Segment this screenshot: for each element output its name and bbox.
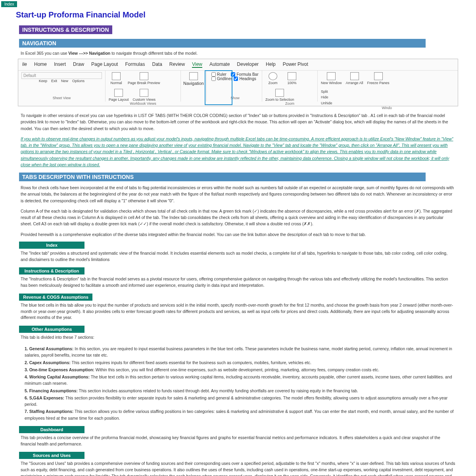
tabs-description-header: TABS DESCRIPTON WITH INSTRUCTIONS [19,173,426,181]
ribbon-tab-data[interactable]: Data [152,61,162,68]
other-assumptions-list: 1. General Assumptions: In this section,… [21,345,455,421]
index-link-button[interactable]: Index [19,242,84,249]
pagelayout-button[interactable]: Page Layout [109,89,129,102]
unhide-button[interactable]: Unhide [321,100,332,106]
ribbon-tab-developer[interactable]: Developer [237,61,259,68]
tabs-para2: Column A of the each tab is designated f… [21,208,455,227]
list-item: 5. Financing Assumptions: This section i… [25,388,455,394]
sheetview-default[interactable]: Default [21,72,102,79]
new-button[interactable]: New [61,79,68,83]
dashboard-desc: This tab provides a concise overview of … [21,435,455,447]
ribbon-tab-powerpivot[interactable]: Power Pivot [283,61,308,68]
zoom100-button[interactable]: 100% [284,72,299,85]
headings-checkbox[interactable] [234,77,238,81]
navigation-header: NAVIGATION [19,39,426,48]
page-title: Start-up Proforma Financial Model [16,10,460,19]
ribbon-tab-formulas[interactable]: Formulas [125,61,145,68]
navigation-button[interactable]: Navigation [183,72,204,86]
formulabar-checkbox[interactable] [231,72,235,77]
revenue-desc: The blue text cells in this tab allow yo… [21,302,455,321]
ribbon-tabs: ile Home Insert Draw Page Layout Formula… [18,59,458,71]
dashboard-link-button[interactable]: Dashboard [19,426,84,433]
options-button[interactable]: Options [72,79,84,83]
hide-button[interactable]: Hide [321,94,332,100]
tabs-para1: Rows for check cells have been incorpora… [21,184,455,204]
ribbon-tab-automate[interactable]: Automate [209,61,230,68]
newwindow-button[interactable]: New Window [321,72,342,85]
ribbon-tab-file[interactable]: ile [22,61,27,68]
ribbon-tab-insert[interactable]: Insert [54,61,66,68]
tabs-para3: Provided herewith is a comprehensive exp… [21,231,455,238]
navigation-para1: To navigate in other versions of excel y… [21,112,455,132]
ribbon-tab-draw[interactable]: Draw [73,61,84,68]
index-tab[interactable]: Index [1,1,17,7]
new-window-tip: If you wish to observe real-time changes… [21,136,455,168]
ruler-checkbox[interactable] [211,72,216,77]
zoom-button[interactable]: Zoom [265,72,280,85]
pagebreak-button[interactable]: Page Break Preview [128,72,160,85]
customviews-button[interactable]: Custom Views [133,89,155,102]
zoomselection-button[interactable]: Zoom to Selection [265,89,294,102]
list-item: 7. Staffing Assumptions: This section al… [25,408,455,421]
window-label: Windo [382,106,392,110]
ribbon-tab-pagelayout[interactable]: Page Layout [91,61,118,68]
keep-button[interactable]: Keep [39,79,47,83]
instructions-desc: The "Instructions & Description" tab in … [21,276,455,289]
ribbon-tab-view[interactable]: View [192,61,202,68]
freezepanes-button[interactable]: Freeze Panes [367,72,390,85]
show-label: Show [230,96,240,100]
instructions-link-button[interactable]: Instructions & Description [19,267,84,274]
list-item: 4. Working Capital Assumptions: The blue… [25,374,455,387]
ribbon-tab-home[interactable]: Home [34,61,47,68]
nav-intro-text: In Excel 365 you can use View --->> Navi… [21,51,455,56]
arrangeall-button[interactable]: Arrange All [346,72,363,85]
split-button[interactable]: Split [321,89,332,94]
exit-button[interactable]: Exit [51,79,57,83]
list-item: 6. S,G&A Expenses: This section provides… [25,395,455,408]
other-intro: This tab is divided into these 7 section… [21,334,455,341]
zoom-label: Zoom [285,102,294,106]
ribbon-tab-review[interactable]: Review [169,61,185,68]
ribbon-tab-help[interactable]: Help [266,61,276,68]
other-link-button[interactable]: Other Assumptions [19,326,84,333]
index-desc: The "Index tab" provides a structured an… [21,250,455,263]
list-item: 3. One-time Expenses Assumption: Within … [25,367,455,373]
normal-view-button[interactable]: Normal [109,72,124,85]
revenue-link-button[interactable]: Revenue & COGS Assumptions [19,294,92,301]
instructions-header: INSTRUCTIONS & DESCRIPTION [19,25,112,34]
list-item: 2. Capex Assumptions: This section requi… [25,359,455,366]
sources-link-button[interactable]: Sources and Uses [19,452,84,459]
workbookviews-label: Workbook Views [130,102,156,106]
list-item: 1. General Assumptions: In this section,… [25,345,455,359]
sheetview-label: Sheet View [53,96,71,100]
gridlines-checkbox[interactable] [211,77,216,81]
excel-ribbon: ile Home Insert Draw Page Layout Formula… [18,59,458,106]
sources-desc: The "Sources and Uses" tab provides a co… [21,461,455,476]
